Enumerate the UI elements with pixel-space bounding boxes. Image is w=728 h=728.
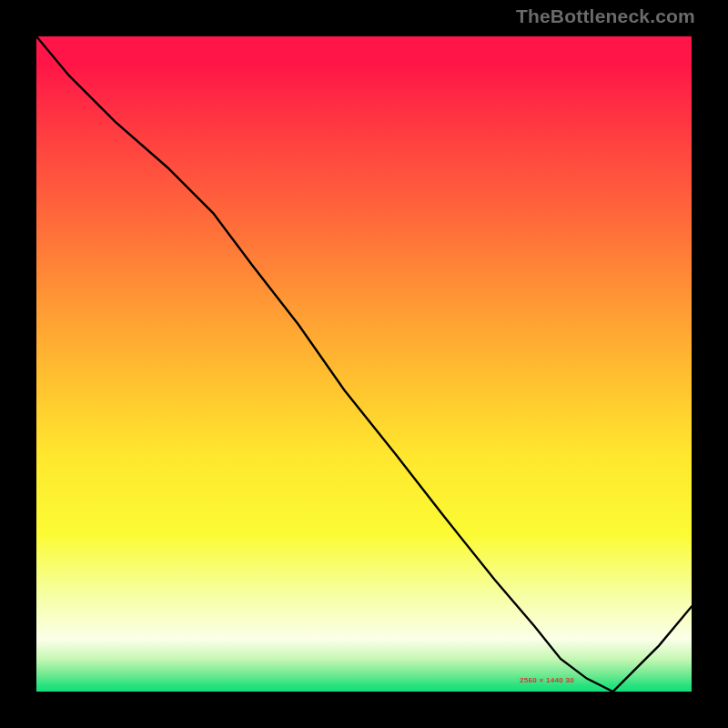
bottleneck-curve: [36, 36, 692, 692]
curve-svg: [36, 36, 692, 692]
plot-area: 2560 × 1440 30: [36, 36, 692, 692]
watermark-text: TheBottleneck.com: [516, 5, 695, 27]
chart-container: TheBottleneck.com 2560 × 1440 30: [0, 0, 728, 728]
chart-annotation: 2560 × 1440 30: [520, 676, 574, 684]
